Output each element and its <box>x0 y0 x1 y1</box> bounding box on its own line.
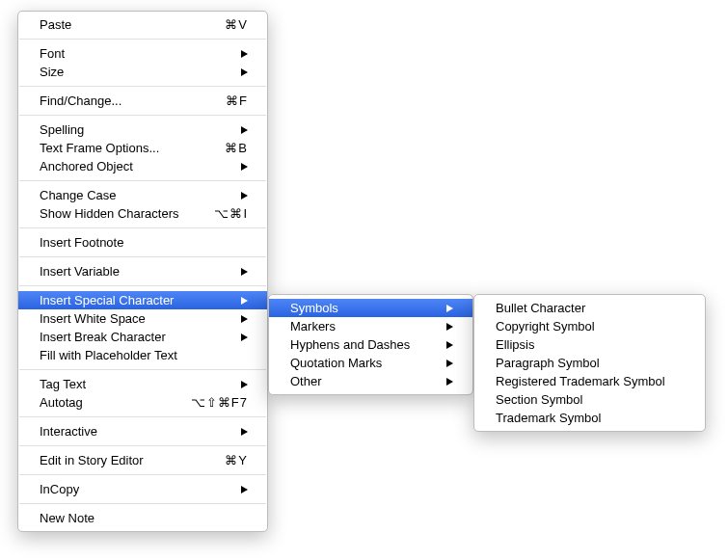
menu-item-label: Paragraph Symbol <box>496 356 686 370</box>
menu-item-label: Text Frame Options... <box>40 141 198 155</box>
menu-item-interactive[interactable]: Interactive <box>18 422 267 440</box>
menu-item-change-case[interactable]: Change Case <box>18 186 267 204</box>
menu-separator <box>19 115 266 116</box>
submenu-arrow-icon <box>446 378 453 386</box>
submenu-arrow-icon <box>241 268 248 276</box>
menu-item-paste[interactable]: Paste⌘V <box>18 15 267 34</box>
menu-separator <box>19 227 266 228</box>
menu-separator <box>19 416 266 417</box>
menu-item-label: Insert Special Character <box>40 293 233 307</box>
menu-item-markers[interactable]: Markers <box>269 317 472 335</box>
menu-item-size[interactable]: Size <box>18 63 267 81</box>
menu-item-label: Insert Variable <box>40 264 233 279</box>
menu-item-symbols[interactable]: Symbols <box>269 299 472 317</box>
menu-item-label: Paste <box>40 17 198 32</box>
menu-item-label: Find/Change... <box>40 93 198 108</box>
menu-item-insert-variable[interactable]: Insert Variable <box>18 262 267 280</box>
menu-item-shortcut: ⌘B <box>198 141 248 155</box>
menu-item-label: Hyphens and Dashes <box>290 337 439 352</box>
menu-item-paragraph-symbol[interactable]: Paragraph Symbol <box>474 354 705 372</box>
menu-item-spelling[interactable]: Spelling <box>18 120 267 139</box>
menu-item-label: Fill with Placeholder Text <box>40 348 248 362</box>
submenu-arrow-icon <box>241 163 248 171</box>
menu-item-label: Show Hidden Characters <box>40 206 198 221</box>
menu-separator <box>19 503 266 504</box>
menu-separator <box>19 369 266 370</box>
menu-item-label: Insert White Space <box>40 311 233 326</box>
submenu-arrow-icon <box>241 486 248 493</box>
menu-item-insert-white-space[interactable]: Insert White Space <box>18 309 267 328</box>
menu-item-insert-special-character[interactable]: Insert Special Character <box>18 291 267 309</box>
menu-item-label: Insert Break Character <box>40 330 233 344</box>
menu-item-ellipsis[interactable]: Ellipsis <box>474 335 705 354</box>
submenu-arrow-icon <box>241 50 248 58</box>
menu-item-find-change[interactable]: Find/Change...⌘F <box>18 92 267 110</box>
menu-item-label: Registered Trademark Symbol <box>496 374 686 388</box>
submenu-arrow-icon <box>241 297 248 305</box>
menu-item-label: Interactive <box>40 424 233 439</box>
menu-item-label: Tag Text <box>40 377 233 391</box>
menu-item-show-hidden-characters[interactable]: Show Hidden Characters⌥⌘I <box>18 204 267 223</box>
menu-item-insert-break-character[interactable]: Insert Break Character <box>18 328 267 346</box>
menu-item-autotag[interactable]: Autotag⌥⇧⌘F7 <box>18 393 267 412</box>
menu-item-label: Size <box>40 65 233 79</box>
menu-separator <box>19 86 266 87</box>
menu-item-new-note[interactable]: New Note <box>18 509 267 527</box>
menu-item-label: Font <box>40 46 233 61</box>
menu-item-edit-in-story-editor[interactable]: Edit in Story Editor⌘Y <box>18 451 267 469</box>
menu-item-shortcut: ⌘F <box>198 93 248 108</box>
menu-item-shortcut: ⌘Y <box>198 453 248 467</box>
menu-item-incopy[interactable]: InCopy <box>18 480 267 498</box>
submenu-symbols: Bullet CharacterCopyright SymbolEllipsis… <box>473 294 706 432</box>
menu-separator <box>19 180 266 181</box>
menu-item-other[interactable]: Other <box>269 372 472 390</box>
menu-item-label: New Note <box>40 511 248 525</box>
submenu-arrow-icon <box>241 428 248 436</box>
menu-item-label: Insert Footnote <box>40 235 248 250</box>
context-menu-main: Paste⌘VFontSizeFind/Change...⌘FSpellingT… <box>17 11 268 532</box>
submenu-arrow-icon <box>241 192 248 200</box>
menu-item-shortcut: ⌥⌘I <box>198 206 248 221</box>
menu-item-anchored-object[interactable]: Anchored Object <box>18 157 267 175</box>
menu-item-insert-footnote[interactable]: Insert Footnote <box>18 233 267 252</box>
menu-item-label: Copyright Symbol <box>496 319 686 333</box>
submenu-arrow-icon <box>446 341 453 349</box>
menu-item-shortcut: ⌘V <box>198 17 248 32</box>
menu-item-label: Other <box>290 374 439 388</box>
menu-item-label: Section Symbol <box>496 392 686 407</box>
menu-item-fill-with-placeholder-text[interactable]: Fill with Placeholder Text <box>18 346 267 364</box>
menu-separator <box>19 285 266 286</box>
menu-separator <box>19 445 266 446</box>
submenu-arrow-icon <box>241 315 248 323</box>
menu-item-label: InCopy <box>40 482 233 496</box>
submenu-arrow-icon <box>446 323 453 331</box>
menu-item-label: Spelling <box>40 122 233 137</box>
menu-item-label: Markers <box>290 319 439 333</box>
menu-item-shortcut: ⌥⇧⌘F7 <box>191 395 248 410</box>
menu-item-bullet-character[interactable]: Bullet Character <box>474 299 705 317</box>
submenu-arrow-icon <box>241 333 248 341</box>
submenu-arrow-icon <box>446 360 453 367</box>
menu-item-text-frame-options[interactable]: Text Frame Options...⌘B <box>18 139 267 157</box>
menu-item-copyright-symbol[interactable]: Copyright Symbol <box>474 317 705 335</box>
menu-item-section-symbol[interactable]: Section Symbol <box>474 390 705 409</box>
menu-separator <box>19 39 266 40</box>
menu-item-label: Change Case <box>40 188 233 202</box>
submenu-arrow-icon <box>241 126 248 134</box>
menu-item-registered-trademark-symbol[interactable]: Registered Trademark Symbol <box>474 372 705 390</box>
menu-item-label: Edit in Story Editor <box>40 453 198 467</box>
menu-item-trademark-symbol[interactable]: Trademark Symbol <box>474 409 705 427</box>
menu-item-hyphens-and-dashes[interactable]: Hyphens and Dashes <box>269 335 472 354</box>
menu-item-label: Anchored Object <box>40 159 233 173</box>
menu-item-label: Ellipsis <box>496 337 686 352</box>
menu-item-tag-text[interactable]: Tag Text <box>18 375 267 393</box>
menu-item-label: Symbols <box>290 301 439 315</box>
menu-item-label: Quotation Marks <box>290 356 439 370</box>
menu-separator <box>19 474 266 475</box>
submenu-arrow-icon <box>446 305 453 312</box>
menu-item-label: Autotag <box>40 395 191 410</box>
menu-item-font[interactable]: Font <box>18 44 267 63</box>
submenu-arrow-icon <box>241 381 248 388</box>
menu-item-quotation-marks[interactable]: Quotation Marks <box>269 354 472 372</box>
menu-item-label: Trademark Symbol <box>496 411 686 425</box>
